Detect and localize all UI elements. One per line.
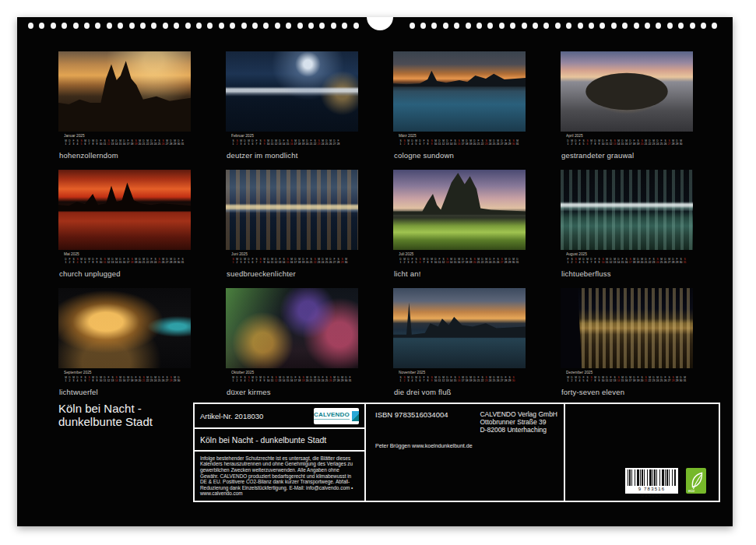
month-photo	[561, 288, 693, 368]
binding-hole	[230, 23, 235, 29]
month-thumbnail: September 2025 M1D2M3D4F5S6S7M8D9M10D11F…	[58, 288, 191, 396]
eco-logo: eco	[686, 468, 706, 494]
mini-month-label: September 2025	[64, 371, 140, 374]
month-caption: forty-seven eleven	[561, 388, 693, 396]
isbn-row: ISBN 9783516034004 CALVENDO Verlag GmbH …	[375, 410, 557, 434]
barcode-bars-icon	[628, 469, 676, 486]
calvendo-logo-text: CALVENDO	[314, 412, 350, 420]
month-caption: die drei vom fluß	[394, 388, 526, 396]
calvendo-logo: CALVENDO	[314, 408, 359, 424]
binding-hole	[499, 23, 505, 29]
publisher-address: CALVENDO Verlag GmbH Ottobrunner Straße …	[480, 410, 557, 434]
mini-month-label: Oktober 2025	[231, 371, 308, 374]
binding-hole	[578, 23, 583, 29]
binding-hole	[51, 23, 56, 29]
mini-calendar-strip: M1D2M3D4F5S6S7M8D9M10D11F12S13S14M15D16M…	[566, 376, 693, 384]
mini-month-label: November 2025	[399, 371, 475, 374]
skyline-silhouette	[58, 170, 191, 250]
binding-hole	[342, 23, 347, 29]
binding-hole	[331, 23, 336, 29]
leaf-icon	[690, 472, 703, 490]
publisher-street: Ottobrunner Straße 39	[480, 418, 557, 426]
article-number-row: Artikel-Nr. 2018030 CALVENDO	[195, 404, 364, 429]
binding-hole	[443, 23, 448, 29]
month-caption: düxer kirmes	[227, 388, 358, 396]
binding-hole	[241, 23, 247, 29]
mini-calendar-strip: D1M2D3F4S5S6M7D8M9D10F11S12S13M14D15M16D…	[399, 258, 526, 265]
binding-hole	[466, 23, 471, 29]
month-photo	[58, 170, 191, 250]
binding-hole	[286, 23, 291, 29]
calendar-back-page: Januar 2025 M1D2F3S4S5M6D7M8D9F10S11S12M…	[0, 0, 756, 545]
article-number: Artikel-Nr. 2018030	[200, 412, 263, 420]
mini-month-label: Juni 2025	[231, 252, 308, 255]
month-caption: church unplugged	[59, 269, 191, 278]
binding-hole	[510, 23, 515, 29]
binding-hole	[600, 23, 605, 29]
month-caption: suedbrueckenlichter	[227, 269, 358, 278]
binding-hole	[543, 23, 549, 29]
mini-month-label: August 2025	[566, 252, 642, 255]
binding-hole	[84, 23, 90, 29]
mini-month-label: Dezember 2025	[566, 371, 642, 374]
info-box-left-column: Artikel-Nr. 2018030 CALVENDO Köln bei Na…	[195, 404, 366, 501]
binding-hole	[431, 23, 437, 29]
mini-month-label: Mai 2025	[64, 252, 140, 255]
month-caption: hohenzollerndom	[59, 151, 191, 160]
month-thumbnail: August 2025 F1S2S3M4D5M6D7F8S9S10M11D12M…	[561, 170, 693, 278]
eco-label: eco	[688, 488, 694, 493]
mini-month-label: April 2025	[566, 134, 642, 137]
binding-hole	[95, 23, 100, 29]
binding-hole	[634, 23, 639, 29]
isbn: ISBN 9783516034004	[375, 410, 448, 434]
legal-text: Infolge bestehender Schutzrechte ist es …	[200, 455, 359, 497]
barcode-number: 9 783516 034004	[628, 486, 676, 498]
mini-calendar-strip: S1S2M3D4M5D6F7S8S9M10D11M12D13F14S15S16M…	[399, 376, 526, 384]
calendar-sheet: Januar 2025 M1D2F3S4S5M6D7M8D9F10S11S12M…	[17, 17, 733, 526]
skyline-silhouette	[561, 288, 693, 368]
mini-calendar-strip: S1S2M3D4M5D6F7S8S9M10D11M12D13F14S15S16M…	[399, 139, 526, 147]
mini-month-label: Februar 2025	[231, 134, 308, 137]
month-caption: lichtueberfluss	[561, 269, 693, 278]
month-photo	[393, 288, 526, 368]
mini-calendar-strip: S1S2M3D4M5D6F7S8S9M10D11M12D13F14S15S16M…	[231, 139, 358, 147]
binding-hole	[566, 23, 571, 29]
binding-hole	[476, 23, 482, 29]
binding-hole	[140, 23, 146, 29]
month-caption: lichtwuerfel	[59, 388, 191, 396]
skyline-silhouette	[226, 288, 358, 368]
product-title: Köln bei Nacht - dunkelbunte Stadt	[200, 435, 326, 445]
binding-hole	[420, 23, 426, 29]
info-box-middle-column: ISBN 9783516034004 CALVENDO Verlag GmbH …	[366, 404, 565, 501]
mini-calendar-strip: D1F2S3S4M5D6M7D8F9S10S11M12D13M14D15F16S…	[64, 258, 191, 265]
binding-hole	[151, 23, 156, 29]
calendar-title-line2: dunkelbunte Stadt	[58, 415, 153, 428]
binding-hole	[611, 23, 617, 29]
calvendo-logo-icon	[352, 411, 359, 421]
binding-hole	[196, 23, 202, 29]
binding-hole	[174, 23, 179, 29]
binding-hole	[39, 23, 44, 29]
month-thumbnail: Juli 2025 D1M2D3F4S5S6M7D8M9D10F11S12S13…	[393, 170, 526, 278]
month-thumbnail: Juni 2025 S1M2D3M4D5F6S7S8M9D10M11D12F13…	[226, 170, 358, 278]
month-thumbnail: Oktober 2025 M1D2F3S4S5M6D7M8D9F10S11S12…	[226, 288, 358, 396]
month-photo	[561, 51, 693, 132]
binding-hole	[319, 23, 325, 29]
info-box-right-column: 9 783516 034004 eco	[565, 404, 719, 501]
month-caption: licht an!	[394, 269, 526, 278]
binding-hole	[656, 23, 661, 29]
mini-calendar-strip: M1D2M3D4F5S6S7M8D9M10D11F12S13S14M15D16M…	[64, 376, 191, 384]
binding-hole	[645, 23, 650, 29]
mini-calendar-strip: S1M2D3M4D5F6S7S8M9D10M11D12F13S14S15M16D…	[231, 258, 358, 265]
mini-calendar-strip: F1S2S3M4D5M6D7F8S9S10M11D12M13D14F15S16S…	[566, 258, 693, 265]
binding-hole	[28, 23, 33, 29]
skyline-silhouette	[393, 51, 526, 132]
month-photo	[393, 170, 526, 250]
binding-hole	[219, 23, 224, 29]
binding-hole	[353, 23, 359, 29]
month-thumbnail: April 2025 D1M2D3F4S5S6M7D8M9D10F11S12S1…	[561, 51, 693, 160]
skyline-silhouette	[226, 170, 358, 250]
calendar-title-line1: Köln bei Nacht -	[58, 402, 153, 415]
binding-hole	[107, 23, 112, 29]
binding-hole	[533, 23, 538, 29]
